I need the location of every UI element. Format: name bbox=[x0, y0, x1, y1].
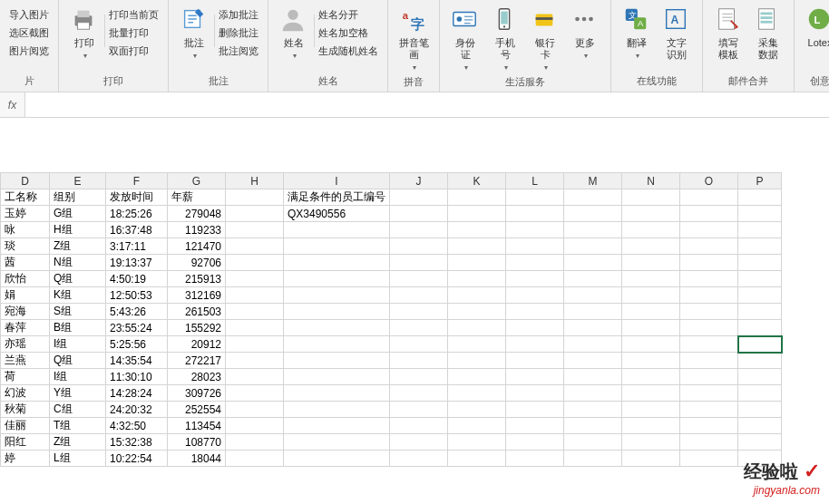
cell[interactable]: 阳红 bbox=[1, 434, 50, 451]
cell[interactable] bbox=[284, 385, 390, 402]
cell[interactable]: 16:37:48 bbox=[106, 222, 168, 238]
cell[interactable] bbox=[284, 402, 390, 418]
cell[interactable] bbox=[390, 206, 448, 222]
cell[interactable] bbox=[680, 255, 738, 271]
cell[interactable] bbox=[738, 287, 782, 304]
cell[interactable] bbox=[622, 385, 680, 402]
col-header-I[interactable]: I bbox=[284, 173, 390, 189]
cell[interactable] bbox=[390, 336, 448, 353]
cell[interactable] bbox=[390, 287, 448, 304]
cell[interactable] bbox=[226, 222, 284, 238]
cell[interactable] bbox=[506, 385, 564, 402]
cell[interactable]: 272217 bbox=[168, 353, 226, 369]
cell[interactable] bbox=[506, 206, 564, 222]
cell[interactable] bbox=[564, 287, 622, 304]
cell[interactable] bbox=[448, 336, 506, 353]
cell[interactable] bbox=[390, 222, 448, 238]
cell[interactable]: 亦瑶 bbox=[1, 336, 50, 353]
col-header-E[interactable]: E bbox=[50, 173, 106, 189]
cell[interactable] bbox=[738, 336, 782, 353]
cell[interactable]: 108770 bbox=[168, 434, 226, 451]
cell[interactable] bbox=[226, 287, 284, 304]
cell[interactable] bbox=[506, 353, 564, 369]
cell[interactable] bbox=[506, 402, 564, 418]
ribbon-button-ocr[interactable]: A文字 识别 bbox=[657, 4, 697, 61]
col-header-F[interactable]: F bbox=[106, 173, 168, 189]
cell[interactable] bbox=[226, 418, 284, 434]
cell[interactable]: 发放时间 bbox=[106, 189, 168, 206]
ribbon-button-more[interactable]: 更多▾ bbox=[565, 4, 605, 62]
cell[interactable] bbox=[680, 434, 738, 451]
cell[interactable] bbox=[622, 418, 680, 434]
cell[interactable] bbox=[284, 320, 390, 336]
cell[interactable] bbox=[226, 353, 284, 369]
cell[interactable] bbox=[680, 402, 738, 418]
cell[interactable]: 12:50:53 bbox=[106, 287, 168, 304]
cell[interactable] bbox=[390, 451, 448, 467]
cell[interactable]: 3:17:11 bbox=[106, 238, 168, 255]
cell[interactable] bbox=[390, 353, 448, 369]
cell[interactable] bbox=[390, 385, 448, 402]
ribbon-button-lotex[interactable]: LLotex bbox=[800, 4, 829, 49]
cell[interactable] bbox=[284, 222, 390, 238]
cell[interactable] bbox=[738, 385, 782, 402]
ribbon-small-姓名分开[interactable]: 姓名分开 bbox=[315, 5, 382, 24]
cell[interactable] bbox=[226, 451, 284, 467]
cell[interactable]: 秋菊 bbox=[1, 402, 50, 418]
col-header-M[interactable]: M bbox=[564, 173, 622, 189]
cell[interactable] bbox=[680, 189, 738, 206]
cell[interactable] bbox=[564, 238, 622, 255]
cell[interactable] bbox=[448, 271, 506, 287]
cell[interactable] bbox=[390, 369, 448, 385]
cell[interactable]: C组 bbox=[50, 402, 106, 418]
cell[interactable] bbox=[622, 304, 680, 320]
cell[interactable] bbox=[622, 271, 680, 287]
cell[interactable]: 5:43:26 bbox=[106, 304, 168, 320]
cell[interactable] bbox=[284, 238, 390, 255]
cell[interactable] bbox=[564, 304, 622, 320]
cell[interactable]: 10:22:54 bbox=[106, 451, 168, 467]
cell[interactable] bbox=[390, 304, 448, 320]
ribbon-small-删除批注[interactable]: 删除批注 bbox=[215, 24, 262, 42]
cell[interactable] bbox=[448, 255, 506, 271]
cell[interactable]: 婷 bbox=[1, 451, 50, 467]
cell[interactable] bbox=[390, 320, 448, 336]
col-header-D[interactable]: D bbox=[1, 173, 50, 189]
ribbon-small-图片阅览[interactable]: 图片阅览 bbox=[5, 42, 53, 60]
cell[interactable] bbox=[226, 271, 284, 287]
cell[interactable] bbox=[622, 320, 680, 336]
col-header-G[interactable]: G bbox=[168, 173, 226, 189]
cell[interactable]: 14:35:54 bbox=[106, 353, 168, 369]
ribbon-button-pinyin[interactable]: a字拼音笔 画▾ bbox=[394, 4, 434, 73]
cell[interactable] bbox=[448, 402, 506, 418]
cell[interactable] bbox=[564, 189, 622, 206]
ribbon-small-姓名加空格[interactable]: 姓名加空格 bbox=[315, 24, 382, 42]
cell[interactable]: 279048 bbox=[168, 206, 226, 222]
cell[interactable]: 18:25:26 bbox=[106, 206, 168, 222]
cell[interactable] bbox=[284, 353, 390, 369]
cell[interactable]: I组 bbox=[50, 336, 106, 353]
cell[interactable]: 娟 bbox=[1, 287, 50, 304]
cell[interactable]: 18044 bbox=[168, 451, 226, 467]
cell[interactable] bbox=[738, 238, 782, 255]
cell[interactable] bbox=[506, 287, 564, 304]
cell[interactable]: 咏 bbox=[1, 222, 50, 238]
cell[interactable] bbox=[622, 255, 680, 271]
spreadsheet-grid[interactable]: DEFGHIJKLMNOP工名称组别发放时间年薪满足条件的员工编号玉婷G组18:… bbox=[0, 172, 783, 467]
cell[interactable] bbox=[622, 353, 680, 369]
cell[interactable] bbox=[738, 304, 782, 320]
cell[interactable]: 5:25:56 bbox=[106, 336, 168, 353]
ribbon-button-bank[interactable]: 银行 卡▾ bbox=[525, 4, 565, 73]
cell[interactable] bbox=[448, 434, 506, 451]
ribbon-small-生成随机姓名[interactable]: 生成随机姓名 bbox=[315, 42, 382, 60]
cell[interactable] bbox=[284, 336, 390, 353]
cell[interactable]: Q组 bbox=[50, 353, 106, 369]
cell[interactable] bbox=[448, 238, 506, 255]
cell[interactable]: T组 bbox=[50, 418, 106, 434]
cell[interactable] bbox=[680, 206, 738, 222]
cell[interactable] bbox=[226, 434, 284, 451]
cell[interactable] bbox=[738, 255, 782, 271]
cell[interactable] bbox=[390, 434, 448, 451]
ribbon-button-phone[interactable]: 手机 号▾ bbox=[485, 4, 525, 73]
cell[interactable] bbox=[506, 189, 564, 206]
